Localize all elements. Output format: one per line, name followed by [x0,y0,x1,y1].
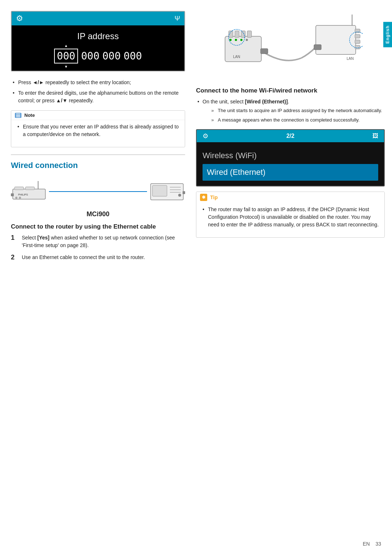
bullet-item-2: To enter the desired digits, use the alp… [11,89,185,104]
mci900-device [149,178,185,205]
svg-rect-28 [355,34,360,38]
note-header: Note [11,111,185,120]
divider [11,155,185,155]
wired-ethernet-option[interactable]: Wired (Ethernet) [203,164,378,181]
svg-rect-29 [355,40,360,44]
right-bullet-list: On the unit, select [Wired (Ethernet)]. … [196,98,385,123]
tip-icon: ✱ [200,194,207,201]
tip-title: Tip [210,194,218,200]
wifi-monitor-icon: 🖼 [372,133,378,139]
ip-segment-3: 000 [102,50,121,62]
ip-screen-body: IP address 000 000 000 000 [12,25,184,71]
english-tab: English [383,22,392,47]
wifi-page-indicator: 2/2 [286,133,294,139]
svg-text:LAN: LAN [233,55,240,59]
ip-segment-1: 000 [54,49,78,63]
ip-segment-2: 000 [81,50,99,62]
steps-container: 1 Select [Yes] when asked whether to set… [11,234,185,261]
ip-segment-4: 000 [124,50,142,62]
wifi-gear-icon: ⚙ [203,132,208,140]
svg-point-5 [19,197,21,199]
step-text-1: Select [Yes] when asked whether to set u… [22,234,185,249]
connect-wifi-heading: Connect to the home Wi-Fi/wired network [196,87,385,94]
gear-icon: ⚙ [16,14,23,23]
footer-page: 33 [375,541,381,547]
device-label: MCi900 [11,210,185,218]
step-1: 1 Select [Yes] when asked whether to set… [11,234,185,249]
tip-body: The router may fail to assign an IP addr… [196,203,384,237]
svg-rect-19 [247,31,252,37]
svg-rect-1 [15,187,24,190]
note-title: Note [24,112,35,118]
wired-ethernet-label: [Wired (Ethernet)] [245,99,288,104]
step-text-2: Use an Ethernet cable to connect the uni… [22,254,145,261]
svg-point-4 [15,197,17,199]
page-footer: EN 33 [363,541,381,547]
step-number-1: 1 [11,234,18,242]
ip-screen-title: IP address [19,31,177,41]
step-number-2: 2 [11,254,18,261]
svg-text:LAN: LAN [347,57,354,61]
left-bullet-list: Press ◄/► repeatedly to select the entry… [11,79,185,104]
svg-rect-26 [316,25,356,54]
svg-rect-17 [235,31,239,37]
svg-rect-14 [183,191,185,194]
tip-body-text: The router may fail to assign an IP addr… [201,206,380,229]
sub-bullet-list: The unit starts to acquire an IP address… [203,107,385,123]
footer-lang: EN [363,541,369,547]
note-icon [15,113,21,118]
wired-heading: Wired connection [11,161,185,170]
tip-header: ✱ Tip [196,192,384,203]
svg-rect-18 [241,31,245,37]
svg-point-22 [240,39,242,41]
right-column: LAN LAN [192,11,385,543]
router-device: PHILIPS [11,178,47,205]
tip-box: ✱ Tip The router may fail to assign an I… [196,192,385,238]
svg-rect-34 [261,49,268,54]
svg-rect-2 [25,187,34,190]
sub-bullet-2: A message appears when the connection is… [211,116,385,124]
wifi-screen-body: Wireless (WiFi) Wired (Ethernet) [197,142,384,186]
device-illustration: PHILIPS [11,175,185,208]
svg-rect-30 [355,45,360,49]
svg-point-20 [229,39,232,41]
wireless-wifi-option[interactable]: Wireless (WiFi) [203,147,378,164]
svg-rect-7 [11,193,14,196]
svg-rect-0 [13,189,45,199]
note-box: Note Ensure that you never enter an IP a… [11,110,185,147]
connect-wifi-section: Connect to the home Wi-Fi/wired network … [196,87,385,123]
step-2: 2 Use an Ethernet cable to connect the u… [11,254,185,261]
svg-point-13 [178,194,181,197]
note-body-text: Ensure that you never enter an IP addres… [16,123,180,138]
svg-rect-35 [314,45,321,50]
ip-address-screen: ⚙ Ψ IP address 000 000 000 000 [11,11,185,71]
wifi-screen: ⚙ 2/2 🖼 Wireless (WiFi) Wired (Ethernet) [196,129,385,186]
sub-bullet-1: The unit starts to acquire an IP address… [211,107,385,114]
connect-router-heading: Connect to the router by using the Ether… [11,223,185,230]
bullet-item-1: Press ◄/► repeatedly to select the entry… [11,79,185,86]
svg-point-21 [235,39,237,41]
svg-point-23 [246,39,248,41]
ip-screen-header: ⚙ Ψ [12,12,184,25]
left-column: ⚙ Ψ IP address 000 000 000 000 Press ◄ [11,11,185,543]
signal-icon: Ψ [175,15,180,22]
router-diagram: LAN LAN [196,11,385,83]
note-body: Ensure that you never enter an IP addres… [11,120,185,147]
ip-address-row: 000 000 000 000 [19,49,177,63]
svg-rect-9 [152,185,167,196]
svg-text:PHILIPS: PHILIPS [18,193,28,196]
wifi-screen-header: ⚙ 2/2 🖼 [197,130,384,142]
wifi-bullet-item: On the unit, select [Wired (Ethernet)]. … [196,98,385,123]
